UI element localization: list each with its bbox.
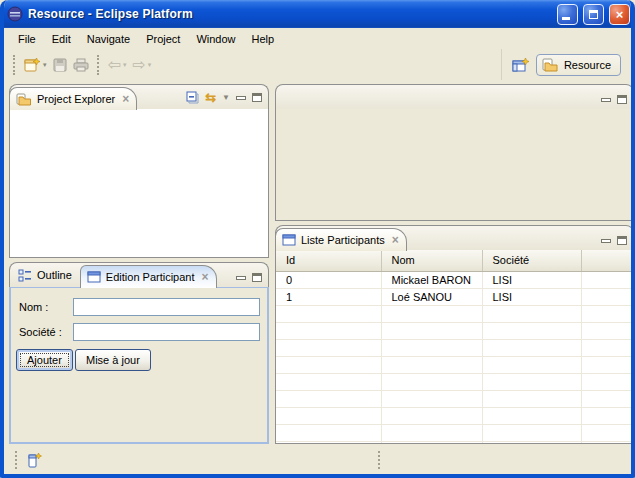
table-cell[interactable]: LISI [482,271,581,288]
table-cell[interactable]: Loé SANOU [381,288,482,305]
menu-window[interactable]: Window [188,30,243,48]
table-cell [581,407,633,424]
new-wizard-button[interactable]: ▾ [21,53,50,77]
menu-edit[interactable]: Edit [44,30,79,48]
nom-label: Nom : [19,301,48,313]
collapse-all-icon[interactable] [186,91,199,104]
statusbar-grip[interactable] [15,451,18,469]
table-cell [482,373,581,390]
outline-icon [18,269,32,282]
tab-edition-participant[interactable]: Edition Participant × [80,265,217,288]
societe-input[interactable] [73,323,260,341]
table-cell [276,356,381,373]
new-wizard-dropdown-icon[interactable]: ▾ [43,61,47,69]
table-row [276,424,633,441]
window-close-button[interactable]: × [609,4,630,25]
table-row [276,305,633,322]
tab-project-explorer-label: Project Explorer [37,93,115,105]
tab-close-icon[interactable]: × [202,272,209,283]
mise-a-jour-button[interactable]: Mise à jour [75,349,151,371]
view-maximize-icon[interactable] [617,236,627,245]
project-explorer-content[interactable] [9,108,269,258]
table-cell[interactable] [581,288,633,305]
resource-perspective-button[interactable]: Resource [536,54,621,76]
tab-liste-participants-label: Liste Participants [301,234,385,246]
table-cell [381,424,482,441]
toolbar-grip[interactable] [97,55,100,75]
view-minimize-icon[interactable] [601,98,611,102]
table-cell [276,339,381,356]
menu-file[interactable]: File [10,30,44,48]
back-icon: ⇦ [108,57,121,73]
table-cell [381,356,482,373]
statusbar-grip[interactable] [378,451,381,469]
table-row[interactable]: 0Mickael BARONLISI [276,271,633,288]
forward-button[interactable]: ⇨ ▾ [129,53,154,77]
project-explorer-header: Project Explorer × ⇆ ▼ [9,84,269,109]
table-cell [381,373,482,390]
project-explorer-view: Project Explorer × ⇆ ▼ [9,84,269,258]
resource-perspective-icon [542,58,559,72]
save-button[interactable] [50,53,70,77]
open-perspective-button[interactable] [512,57,530,73]
liste-participants-header: Liste Participants × [275,225,634,250]
nom-input[interactable] [73,298,260,316]
table-cell [581,424,633,441]
table-cell [482,424,581,441]
column-header-nom[interactable]: Nom [381,250,482,271]
table-cell [381,441,482,444]
liste-participants-toolbar [601,236,633,250]
table-row [276,373,633,390]
view-maximize-icon[interactable] [617,95,627,104]
table-cell[interactable]: 1 [276,288,381,305]
toolbar-grip[interactable] [13,55,16,75]
table-cell[interactable]: LISI [482,288,581,305]
ajouter-button[interactable]: Ajouter [16,349,73,371]
window-maximize-button[interactable] [583,4,604,25]
table-cell [381,322,482,339]
back-dropdown-icon[interactable]: ▾ [123,61,127,69]
table-cell[interactable] [581,271,633,288]
table-row [276,356,633,373]
menu-bar: File Edit Navigate Project Window Help [4,28,631,49]
menu-project[interactable]: Project [138,30,188,48]
table-cell [381,390,482,407]
link-editor-icon[interactable]: ⇆ [205,92,216,104]
table-cell [581,356,633,373]
table-cell[interactable]: Mickael BARON [381,271,482,288]
table-row [276,322,633,339]
tab-close-icon[interactable]: × [392,235,399,246]
status-bar [4,446,631,474]
tab-liste-participants[interactable]: Liste Participants × [275,228,407,251]
menu-help[interactable]: Help [244,30,283,48]
view-minimize-icon[interactable] [236,276,246,280]
column-header-societe[interactable]: Société [482,250,581,271]
table-cell [381,339,482,356]
window-titlebar[interactable]: Resource - Eclipse Platform × [0,0,635,28]
editor-area-content[interactable] [275,108,634,221]
column-header-id[interactable]: Id [276,250,381,271]
table-cell [276,305,381,322]
view-minimize-icon[interactable] [601,239,611,243]
back-button[interactable]: ⇦ ▾ [105,53,130,77]
table-cell [581,305,633,322]
table-row[interactable]: 1Loé SANOULISI [276,288,633,305]
table-cell [276,322,381,339]
window-minimize-button[interactable] [557,4,578,25]
table-cell [482,339,581,356]
liste-participants-view: Liste Participants × Id Nom Société [275,225,634,444]
view-maximize-icon[interactable] [252,273,262,282]
tab-outline[interactable]: Outline [10,263,80,287]
table-cell [482,356,581,373]
view-menu-icon[interactable]: ▼ [222,93,230,102]
fast-view-icon[interactable] [27,452,43,468]
view-maximize-icon[interactable] [252,93,262,102]
view-minimize-icon[interactable] [236,96,246,100]
table-cell[interactable]: 0 [276,271,381,288]
print-button[interactable] [70,53,92,77]
tab-close-icon[interactable]: × [122,94,129,105]
table-row [276,339,633,356]
menu-navigate[interactable]: Navigate [79,30,138,48]
tab-project-explorer[interactable]: Project Explorer × [9,87,137,110]
forward-dropdown-icon[interactable]: ▾ [148,61,152,69]
